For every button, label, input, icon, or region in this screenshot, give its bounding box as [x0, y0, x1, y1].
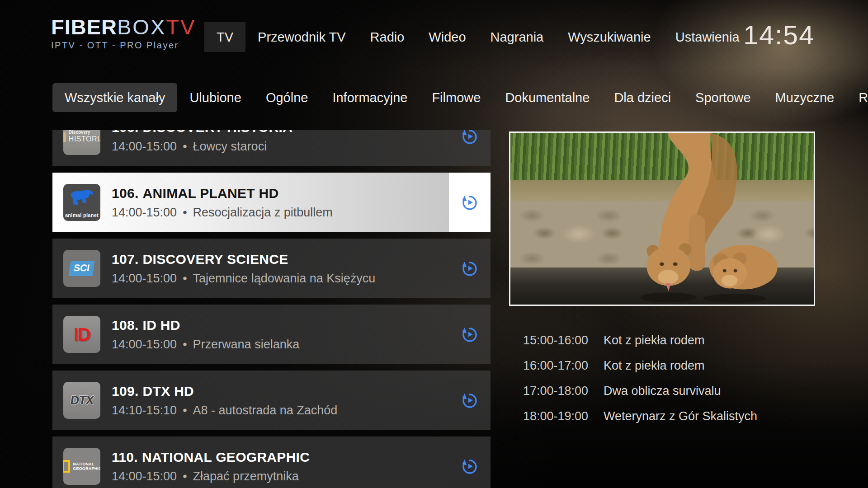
- schedule-title: Dwa oblicza survivalu: [604, 384, 721, 398]
- channel-now-playing: 14:00-15:00•Przerwana sielanka: [112, 338, 299, 352]
- channel-name: DTX HD: [143, 384, 194, 399]
- catchup-replay-icon: [461, 192, 479, 212]
- schedule-item: 18:00-19:00 Weterynarz z Gór Skalistych: [523, 404, 757, 429]
- channel-name: NATIONAL GEOGRAPHIC: [142, 450, 310, 465]
- program-time: 14:00-15:00: [112, 338, 177, 351]
- schedule-time: 16:00-17:00: [523, 359, 604, 373]
- nav-item-label: Wyszukiwanie: [568, 30, 651, 45]
- nav-item-ustawienia[interactable]: Ustawienia: [663, 22, 752, 52]
- catchup-button[interactable]: [449, 305, 491, 364]
- channel-title: 110.NATIONAL GEOGRAPHIC: [112, 450, 310, 465]
- program-title: Resocjalizacja z pitbullem: [193, 206, 333, 219]
- channel-logo-dtx: DTX: [63, 382, 100, 419]
- program-title: Tajemnice lądowania na Księżycu: [193, 272, 376, 285]
- nav-item-tv[interactable]: TV: [204, 22, 245, 52]
- channel-now-playing: 14:00-15:00•Łowcy staroci: [112, 140, 292, 154]
- channel-logo-discovery-historia: Discovery HISTORIA: [63, 130, 100, 155]
- channel-name: DISCOVERY HISTORIA: [143, 130, 293, 135]
- nav-item-wideo[interactable]: Wideo: [416, 22, 478, 52]
- program-title: Łowcy staroci: [193, 140, 267, 153]
- program-time: 14:00-15:00: [112, 206, 177, 219]
- catchup-replay-icon: [461, 390, 479, 410]
- channel-row-107[interactable]: SCI 107.DISCOVERY SCIENCE 14:00-15:00•Ta…: [52, 239, 491, 298]
- catchup-replay-icon: [461, 130, 479, 146]
- channel-number: 108.: [112, 318, 139, 333]
- category-dokumentalne[interactable]: Dokumentalne: [493, 83, 602, 112]
- catchup-replay-icon: [461, 456, 479, 476]
- program-time: 14:10-15:10: [112, 404, 177, 417]
- catchup-replay-icon: [461, 258, 479, 278]
- logo-box: BOX: [117, 15, 166, 39]
- upcoming-schedule: 15:00-16:00 Kot z piekła rodem 16:00-17:…: [523, 328, 757, 429]
- channel-logo-id: ID: [63, 316, 100, 353]
- discovery-historia-logo-icon: [63, 130, 66, 144]
- bullet-separator: •: [183, 272, 187, 285]
- channel-name: ID HD: [143, 318, 180, 333]
- nav-item-nagrania[interactable]: Nagrania: [478, 22, 556, 52]
- category-wszystkie-kanaly[interactable]: Wszystkie kanały: [52, 83, 177, 112]
- channel-title: 105.DISCOVERY HISTORIA: [112, 130, 292, 135]
- nav-item-label: Ustawienia: [675, 30, 740, 45]
- channel-name: DISCOVERY SCIENCE: [143, 252, 288, 267]
- channel-title: 107.DISCOVERY SCIENCE: [112, 252, 375, 267]
- channel-now-playing: 14:10-15:10•A8 - autostrada na Zachód: [112, 404, 337, 418]
- channel-title: 106.ANIMAL PLANET HD: [112, 186, 333, 201]
- logo-text: animal planet: [65, 212, 99, 218]
- catchup-button[interactable]: [449, 173, 491, 232]
- channel-number: 110.: [112, 450, 138, 465]
- channel-now-playing: 14:00-15:00•Resocjalizacja z pitbullem: [112, 206, 333, 220]
- program-time: 14:00-15:00: [112, 140, 177, 153]
- nav-item-label: Radio: [370, 30, 405, 45]
- category-label: Ulubione: [189, 90, 241, 105]
- clock: 14:54: [743, 20, 815, 51]
- schedule-item: 16:00-17:00 Kot z piekła rodem: [523, 353, 757, 378]
- nav-item-label: Wideo: [429, 30, 466, 45]
- nav-item-label: TV: [217, 30, 233, 45]
- channel-preview-video[interactable]: [509, 131, 815, 306]
- category-filmowe[interactable]: Filmowe: [420, 83, 493, 112]
- channel-row-106-selected[interactable]: animal planet 106.ANIMAL PLANET HD 14:00…: [52, 173, 491, 232]
- channel-row-105[interactable]: Discovery HISTORIA 105.DISCOVERY HISTORI…: [52, 130, 491, 166]
- channel-name: ANIMAL PLANET HD: [143, 186, 279, 201]
- channel-title: 109.DTX HD: [112, 384, 337, 399]
- logo-tv: TV: [166, 15, 196, 39]
- channel-now-playing: 14:00-15:00•Tajemnice lądowania na Księż…: [112, 272, 375, 286]
- catchup-button[interactable]: [449, 436, 491, 488]
- catchup-replay-icon: [461, 324, 479, 344]
- category-tabs: Wszystkie kanały Ulubione Ogólne Informa…: [52, 83, 868, 112]
- nav-item-wyszukiwanie[interactable]: Wyszukiwanie: [556, 22, 663, 52]
- category-ogolne[interactable]: Ogólne: [254, 83, 321, 112]
- bullet-separator: •: [183, 140, 187, 153]
- lions-drinking-illustration: [510, 133, 814, 305]
- bullet-separator: •: [183, 206, 187, 219]
- nav-item-radio[interactable]: Radio: [358, 22, 417, 52]
- program-time: 14:00-15:00: [112, 469, 177, 483]
- category-informacyjne[interactable]: Informacyjne: [320, 83, 420, 112]
- category-label: Dokumentalne: [505, 90, 590, 105]
- logo-text: ID: [74, 324, 90, 345]
- channel-number: 107.: [112, 252, 139, 267]
- catchup-button[interactable]: [449, 371, 491, 430]
- logo-text: NATIONAL: [73, 462, 100, 466]
- schedule-time: 17:00-18:00: [523, 384, 604, 398]
- category-sportowe[interactable]: Sportowe: [683, 83, 763, 112]
- schedule-time: 18:00-19:00: [523, 409, 604, 423]
- catchup-button[interactable]: [449, 239, 491, 298]
- category-regionalne[interactable]: Regionalne: [846, 83, 868, 112]
- schedule-item: 17:00-18:00 Dwa oblicza survivalu: [523, 378, 757, 404]
- channel-number: 106.: [112, 186, 139, 201]
- category-muzyczne[interactable]: Muzyczne: [763, 83, 847, 112]
- category-label: Wszystkie kanały: [65, 90, 165, 105]
- catchup-button[interactable]: [449, 130, 491, 166]
- bullet-separator: •: [183, 338, 187, 351]
- channel-row-110[interactable]: NATIONAL GEOGRAPHIC 110.NATIONAL GEOGRAP…: [52, 436, 491, 488]
- channel-row-109[interactable]: DTX 109.DTX HD 14:10-15:10•A8 - autostra…: [52, 371, 491, 430]
- channel-logo-national-geographic: NATIONAL GEOGRAPHIC: [63, 448, 100, 485]
- channel-number: 105.: [112, 130, 139, 135]
- animal-planet-elephant-icon: [69, 188, 94, 207]
- category-dla-dzieci[interactable]: Dla dzieci: [602, 83, 683, 112]
- category-ulubione[interactable]: Ulubione: [177, 83, 253, 112]
- channel-row-108[interactable]: ID 108.ID HD 14:00-15:00•Przerwana siela…: [52, 305, 491, 364]
- category-label: Filmowe: [432, 90, 481, 105]
- nav-item-przewodnik-tv[interactable]: Przewodnik TV: [245, 22, 358, 52]
